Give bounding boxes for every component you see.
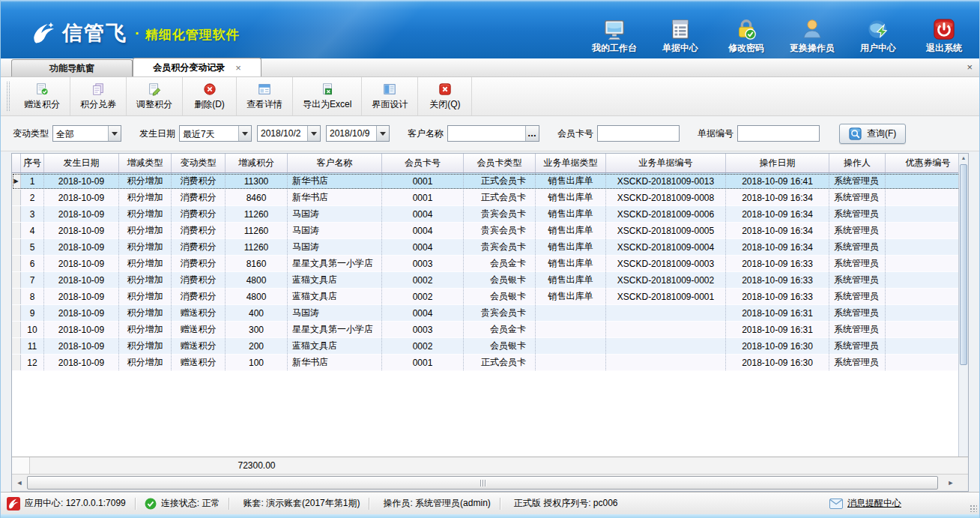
scroll-right-icon[interactable]: ► — [944, 476, 958, 490]
nav-change-password[interactable]: 修改密码 — [723, 18, 769, 55]
row-indicator — [12, 206, 21, 222]
scroll-up-icon[interactable]: ▲ — [959, 155, 968, 160]
col-header-add_type[interactable]: 增减类型 — [119, 154, 172, 172]
tab-function-nav[interactable]: 功能导航窗 — [11, 59, 133, 76]
brand-name: 信管飞 — [62, 19, 127, 46]
nav-label: 更换操作员 — [790, 42, 835, 55]
tab-close-icon[interactable]: × — [235, 62, 241, 73]
cell-add_type: 积分增加 — [119, 206, 172, 222]
cell-card_no: 0002 — [382, 338, 464, 354]
table-row[interactable]: 52018-10-09积分增加消费积分11260马国涛0004贵宾会员卡销售出库… — [12, 239, 968, 256]
cell-doc_type: 销售出库单 — [536, 272, 606, 288]
col-header-points[interactable]: 增减积分 — [226, 154, 288, 172]
tabstrip-close-icon[interactable]: × — [967, 61, 973, 73]
table-row[interactable]: 92018-10-09积分增加赠送积分400马国涛0004贵宾会员卡2018-1… — [12, 305, 968, 322]
doc-no-input[interactable] — [737, 125, 820, 142]
date-to-select[interactable]: 2018/10/9 — [326, 125, 390, 142]
horizontal-scroll-thumb[interactable] — [27, 476, 938, 490]
nav-user-center[interactable]: 用户中心 — [855, 18, 901, 55]
cell-add_type: 积分增加 — [119, 173, 172, 189]
cell-date: 2018-10-09 — [44, 355, 119, 370]
toolbar-ui-design-button[interactable]: 界面设计 — [362, 77, 418, 115]
points-total: 72300.00 — [226, 460, 288, 471]
nav-my-workstation[interactable]: 我的工作台 — [591, 18, 638, 55]
scroll-left-icon[interactable]: ◄ — [13, 476, 26, 490]
app-window: 信管飞 · 精细化管理软件 我的工作台单据中心修改密码更换操作员用户中心退出系统… — [0, 0, 980, 518]
query-button[interactable]: 查询(F) — [839, 124, 906, 144]
cell-operator: 系统管理员 — [829, 305, 886, 321]
table-row[interactable]: 72018-10-09积分增加消费积分4800蓝猫文具店0002会员银卡销售出库… — [12, 272, 968, 289]
date-from-select[interactable]: 2018/10/2 — [257, 125, 321, 142]
table-row[interactable]: 82018-10-09积分增加消费积分4800蓝猫文具店0002会员银卡销售出库… — [12, 289, 968, 305]
change-type-select[interactable]: 全部 — [52, 125, 121, 142]
cell-coupon_no — [886, 239, 969, 255]
cell-customer: 蓝猫文具店 — [288, 338, 382, 354]
toolbar-adjust-points-button[interactable]: 调整积分 — [127, 77, 183, 115]
customer-name-input[interactable]: … — [447, 125, 539, 142]
customer-lookup-button[interactable]: … — [525, 126, 539, 141]
col-header-coupon_no[interactable]: 优惠券编号 — [886, 154, 969, 172]
table-row[interactable]: 32018-10-09积分增加消费积分11260马国涛0004贵宾会员卡销售出库… — [12, 206, 968, 223]
message-center-label: 消息提醒中心 — [847, 497, 901, 510]
cell-add_type: 积分增加 — [119, 322, 172, 337]
nav-document-center[interactable]: 单据中心 — [657, 18, 704, 55]
col-header-card_no[interactable]: 会员卡号 — [382, 154, 464, 172]
vertical-scrollbar[interactable]: ▲ — [958, 154, 968, 457]
col-header-date[interactable]: 发生日期 — [44, 154, 119, 172]
card-no-field[interactable] — [598, 126, 679, 141]
grid-header: 序号发生日期增减类型变动类型增减积分客户名称会员卡号会员卡类型业务单据类型业务单… — [12, 154, 968, 173]
cell-change_type: 消费积分 — [172, 239, 226, 255]
vertical-scroll-thumb[interactable] — [960, 164, 967, 365]
toolbar-button-label: 导出为Excel — [303, 98, 351, 111]
cell-coupon_no — [886, 190, 969, 205]
nav-switch-operator[interactable]: 更换操作员 — [789, 18, 835, 55]
horizontal-scrollbar[interactable]: ◄ ► — [12, 475, 968, 491]
cell-change_type: 消费积分 — [172, 190, 226, 205]
table-row[interactable]: ▶12018-10-09积分增加消费积分11300新华书店0001正式会员卡销售… — [12, 173, 968, 190]
col-header-seq[interactable]: 序号 — [21, 154, 44, 172]
window-bottom-edge — [1, 514, 979, 518]
person-icon — [801, 18, 823, 40]
toolbar-gift-points-button[interactable]: 赠送积分 — [14, 77, 70, 115]
cell-card_no: 0004 — [382, 239, 464, 255]
cell-seq: 2 — [21, 190, 44, 205]
date-range-select[interactable]: 最近7天 — [179, 125, 252, 142]
table-row[interactable]: 42018-10-09积分增加消费积分11260马国涛0004贵宾会员卡销售出库… — [12, 223, 968, 239]
chevron-down-icon[interactable] — [307, 126, 320, 141]
toolbar-delete-button[interactable]: 删除(D) — [183, 77, 237, 115]
col-header-op_date[interactable]: 操作日期 — [726, 154, 829, 172]
col-header-card_type[interactable]: 会员卡类型 — [464, 154, 536, 172]
card-no-input[interactable] — [597, 125, 680, 142]
toolbar-export-excel-button[interactable]: 导出为Excel — [293, 77, 362, 115]
chevron-down-icon[interactable] — [108, 126, 121, 141]
resize-grip[interactable] — [970, 505, 977, 512]
toolbar-view-details-button[interactable]: 查看详情 — [237, 77, 293, 115]
col-header-change_type[interactable]: 变动类型 — [172, 154, 226, 172]
chevron-down-icon[interactable] — [238, 126, 251, 141]
documents-icon — [669, 18, 692, 40]
table-row[interactable]: 122018-10-09积分增加赠送积分100新华书店0001正式会员卡2018… — [12, 355, 968, 371]
table-row[interactable]: 112018-10-09积分增加赠送积分200蓝猫文具店0002会员银卡2018… — [12, 338, 968, 355]
message-center-link[interactable]: 消息提醒中心 — [829, 497, 901, 510]
table-row[interactable]: 22018-10-09积分增加消费积分8460新华书店0001正式会员卡销售出库… — [12, 190, 968, 206]
tab-member-points-record[interactable]: 会员积分变动记录 × — [133, 58, 261, 76]
col-header-doc_type[interactable]: 业务单据类型 — [536, 154, 606, 172]
doc-no-field[interactable] — [738, 126, 819, 141]
toolbar-close-button[interactable]: 关闭(Q) — [418, 77, 472, 115]
nav-exit-system[interactable]: 退出系统 — [921, 18, 967, 55]
cell-operator: 系统管理员 — [829, 322, 886, 337]
cell-change_type: 消费积分 — [172, 256, 226, 271]
cell-change_type: 消费积分 — [172, 289, 226, 304]
chevron-down-icon[interactable] — [376, 126, 389, 141]
toolbar-grip[interactable] — [7, 82, 10, 111]
customer-name-field[interactable] — [448, 126, 525, 141]
cell-doc_no: XSCKD-20181009-0008 — [606, 190, 726, 205]
col-header-doc_no[interactable]: 业务单据编号 — [606, 154, 726, 172]
col-header-customer[interactable]: 客户名称 — [288, 154, 382, 172]
table-row[interactable]: 62018-10-09积分增加消费积分8160星星文具第一小学店0003会员金卡… — [12, 256, 968, 272]
col-header-operator[interactable]: 操作人 — [829, 154, 886, 172]
toolbar-points-coupon-button[interactable]: 积分兑券 — [70, 77, 127, 115]
table-row[interactable]: 102018-10-09积分增加赠送积分300星星文具第一小学店0003会员金卡… — [12, 322, 968, 338]
cell-doc_type: 销售出库单 — [536, 206, 606, 222]
operator-status: 操作员: 系统管理员(admin) — [383, 497, 490, 510]
